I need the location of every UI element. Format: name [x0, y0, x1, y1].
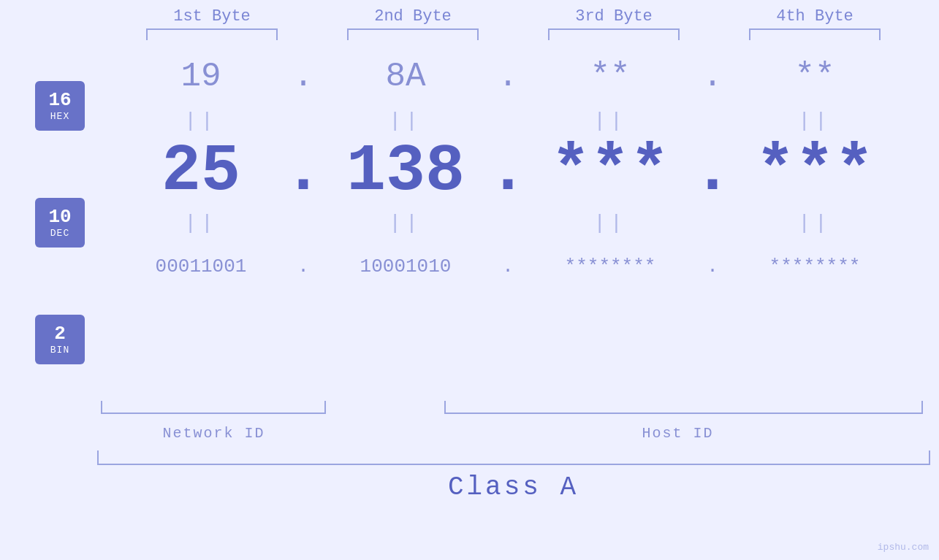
- base-labels: 16 HEX 10 DEC 2 BIN: [0, 47, 88, 398]
- eq2-b1: ||: [121, 212, 281, 234]
- hex-b1: 19: [121, 58, 281, 96]
- dec-b4: ***: [734, 134, 895, 209]
- content-area: 16 HEX 10 DEC 2 BIN 19 .: [0, 47, 939, 398]
- id-labels: Network ID Host ID: [94, 418, 934, 448]
- byte2-header: 2nd Byte: [332, 7, 493, 26]
- dot2-hex: .: [486, 58, 530, 96]
- host-id-label: Host ID: [430, 425, 927, 442]
- byte1-header: 1st Byte: [132, 7, 292, 26]
- dot2-dec: .: [486, 134, 530, 209]
- dot1-dec: .: [281, 134, 325, 209]
- eq1-b3: ||: [530, 110, 691, 132]
- eq-row-1: || || || ||: [88, 106, 928, 135]
- eq2-b3: ||: [530, 212, 691, 234]
- class-label: Class A: [448, 472, 579, 502]
- bin-badge: 2 BIN: [35, 315, 85, 364]
- dot1-bin: .: [281, 256, 325, 277]
- dot3-dec: .: [691, 134, 734, 209]
- dec-b3: ***: [530, 134, 691, 209]
- bin-num: 2: [54, 323, 66, 345]
- hex-badge: 16 HEX: [35, 81, 85, 131]
- bin-b4: ********: [734, 256, 895, 277]
- hex-num: 16: [48, 90, 71, 111]
- bracket-top-3: [548, 28, 680, 40]
- network-id-label: Network ID: [94, 425, 335, 442]
- bottom-brackets: [94, 401, 934, 418]
- dot3-hex: .: [691, 58, 734, 96]
- bin-b2: 10001010: [325, 256, 486, 277]
- hex-row: 19 . 8A . ** . **: [88, 47, 928, 106]
- dec-num: 10: [48, 207, 71, 228]
- byte4-header: 4th Byte: [734, 7, 895, 26]
- top-brackets: [112, 28, 916, 40]
- bracket-top-2: [347, 28, 479, 40]
- byte3-header: 3rd Byte: [533, 7, 694, 26]
- hex-b4: **: [734, 58, 895, 96]
- bin-label: BIN: [50, 345, 69, 356]
- full-bracket: [97, 450, 930, 465]
- dot1-hex: .: [281, 58, 325, 96]
- eq1-b2: ||: [325, 110, 486, 132]
- bin-row: 00011001 . 10001010 . ******** .: [88, 237, 928, 296]
- values-grid: 19 . 8A . ** . **: [88, 47, 939, 398]
- eq1-b4: ||: [734, 110, 895, 132]
- hex-label: HEX: [50, 111, 69, 122]
- bracket-top-4: [749, 28, 881, 40]
- network-bracket: [101, 401, 326, 414]
- bin-b1: 00011001: [121, 256, 281, 277]
- byte-headers: 1st Byte 2nd Byte 3rd Byte 4th Byte: [112, 7, 916, 26]
- bracket-top-1: [146, 28, 278, 40]
- dec-b2: 138: [325, 134, 486, 209]
- bin-b3: ********: [530, 256, 691, 277]
- hex-b3: **: [530, 58, 691, 96]
- watermark: ipshu.com: [878, 542, 929, 553]
- eq2-b2: ||: [325, 212, 486, 234]
- dec-row: 25 . 138 . *** . ***: [88, 135, 928, 208]
- dot3-bin: .: [691, 256, 734, 277]
- eq2-b4: ||: [734, 212, 895, 234]
- dec-b1: 25: [121, 134, 281, 209]
- host-bracket: [444, 401, 923, 414]
- dec-label: DEC: [50, 228, 69, 239]
- bottom-section: Network ID Host ID Class A: [94, 401, 934, 502]
- class-label-row: Class A: [94, 472, 934, 502]
- eq1-b1: ||: [121, 110, 281, 132]
- eq-row-2: || || || ||: [88, 208, 928, 237]
- main-container: 1st Byte 2nd Byte 3rd Byte 4th Byte 16 H…: [0, 0, 939, 560]
- hex-b2: 8A: [325, 58, 486, 96]
- dot2-bin: .: [486, 256, 530, 277]
- dec-badge: 10 DEC: [35, 198, 85, 248]
